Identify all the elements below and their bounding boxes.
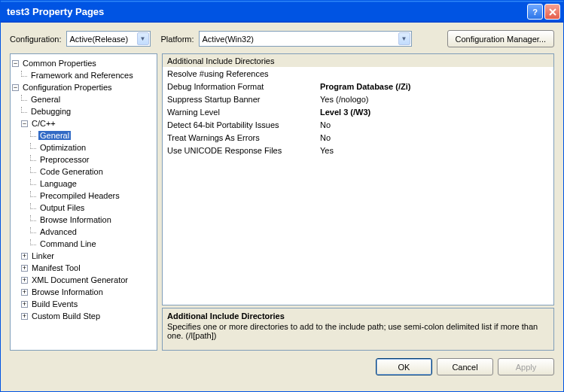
help-button[interactable]: ? <box>527 4 543 20</box>
tree-general-top[interactable]: General <box>12 93 155 105</box>
tree-debugging[interactable]: Debugging <box>12 105 155 117</box>
expand-icon[interactable]: + <box>21 253 28 260</box>
cancel-button[interactable]: Cancel <box>437 358 493 375</box>
prop-name: Suppress Startup Banner <box>163 95 317 104</box>
chevron-down-icon: ▼ <box>137 32 149 45</box>
ok-button[interactable]: OK <box>376 358 432 375</box>
chevron-down-icon: ▼ <box>398 32 410 45</box>
top-row: Configuration: Active(Release) ▼ Platfor… <box>10 30 554 47</box>
prop-value[interactable]: Yes (/nologo) <box>317 95 553 104</box>
prop-value[interactable]: No <box>317 133 553 142</box>
tree-linker[interactable]: +Linker <box>12 250 155 262</box>
prop-value[interactable]: No <box>317 120 553 129</box>
configuration-value: Active(Release) <box>70 35 129 44</box>
collapse-icon[interactable]: − <box>12 84 19 91</box>
description-title: Additional Include Directories <box>167 311 549 321</box>
tree-framework-refs[interactable]: Framework and References <box>12 69 155 81</box>
tree-language[interactable]: Language <box>12 178 155 190</box>
property-grid[interactable]: Additional Include Directories Resolve #… <box>162 53 554 305</box>
close-icon <box>549 8 556 16</box>
tree-code-generation[interactable]: Code Generation <box>12 166 155 178</box>
tree-output-files[interactable]: Output Files <box>12 202 155 214</box>
prop-name: Resolve #using References <box>163 69 317 78</box>
prop-name: Debug Information Format <box>163 82 317 91</box>
tree-common-properties[interactable]: −Common Properties <box>12 57 155 69</box>
titlebar: test3 Property Pages ? <box>1 1 563 23</box>
grid-row[interactable]: Use UNICODE Response FilesYes <box>163 144 553 156</box>
expand-icon[interactable]: + <box>21 289 28 296</box>
close-button[interactable] <box>544 4 560 20</box>
tree-browse-info[interactable]: +Browse Information <box>12 286 155 298</box>
description-body: Specifies one or more directories to add… <box>167 322 549 340</box>
tree-advanced[interactable]: Advanced <box>12 226 155 238</box>
expand-icon[interactable]: + <box>21 277 28 284</box>
expand-icon[interactable]: + <box>21 265 28 272</box>
tree-command-line[interactable]: Command Line <box>12 238 155 250</box>
tree-configuration-properties[interactable]: −Configuration Properties <box>12 81 155 93</box>
tree-panel[interactable]: −Common Properties Framework and Referen… <box>10 53 157 351</box>
configuration-label: Configuration: <box>10 35 62 44</box>
grid-row[interactable]: Treat Warnings As ErrorsNo <box>163 131 553 144</box>
button-row: OK Cancel Apply <box>10 358 554 375</box>
platform-combo[interactable]: Active(Win32) ▼ <box>199 31 412 47</box>
grid-row[interactable]: Warning LevelLevel 3 (/W3) <box>163 105 553 118</box>
description-panel: Additional Include Directories Specifies… <box>162 308 554 351</box>
tree-manifest-tool[interactable]: +Manifest Tool <box>12 262 155 274</box>
prop-name: Additional Include Directories <box>163 56 317 65</box>
tree-preprocessor[interactable]: Preprocessor <box>12 153 155 166</box>
platform-label: Platform: <box>161 35 194 44</box>
prop-name: Use UNICODE Response Files <box>163 146 317 155</box>
prop-value[interactable]: Yes <box>317 146 553 155</box>
configuration-manager-button[interactable]: Configuration Manager... <box>447 30 554 47</box>
tree-custom-build-step[interactable]: +Custom Build Step <box>12 310 155 322</box>
collapse-icon[interactable]: − <box>21 120 28 127</box>
tree-build-events[interactable]: +Build Events <box>12 298 155 310</box>
configuration-combo[interactable]: Active(Release) ▼ <box>66 31 151 47</box>
grid-row[interactable]: Debug Information FormatProgram Database… <box>163 80 553 93</box>
prop-value[interactable]: Level 3 (/W3) <box>317 108 553 117</box>
tree-xml-doc-gen[interactable]: +XML Document Generator <box>12 274 155 286</box>
grid-row[interactable]: Detect 64-bit Portability IssuesNo <box>163 118 553 131</box>
tree-ccpp[interactable]: −C/C++ <box>12 117 155 129</box>
prop-name: Warning Level <box>163 108 317 117</box>
prop-value[interactable]: Program Database (/Zi) <box>317 82 553 91</box>
expand-icon[interactable]: + <box>21 301 28 308</box>
window-title: test3 Property Pages <box>7 6 527 17</box>
tree-general[interactable]: General <box>12 129 155 141</box>
grid-row[interactable]: Suppress Startup BannerYes (/nologo) <box>163 93 553 105</box>
grid-row-selected[interactable]: Additional Include Directories <box>163 54 553 67</box>
apply-button[interactable]: Apply <box>498 358 554 375</box>
tree-optimization[interactable]: Optimization <box>12 141 155 153</box>
prop-name: Treat Warnings As Errors <box>163 133 317 142</box>
platform-value: Active(Win32) <box>203 35 254 44</box>
grid-row[interactable]: Resolve #using References <box>163 67 553 80</box>
collapse-icon[interactable]: − <box>12 60 19 67</box>
tree-browse-information[interactable]: Browse Information <box>12 214 155 226</box>
expand-icon[interactable]: + <box>21 313 28 320</box>
tree-precompiled-headers[interactable]: Precompiled Headers <box>12 190 155 202</box>
prop-name: Detect 64-bit Portability Issues <box>163 120 317 129</box>
